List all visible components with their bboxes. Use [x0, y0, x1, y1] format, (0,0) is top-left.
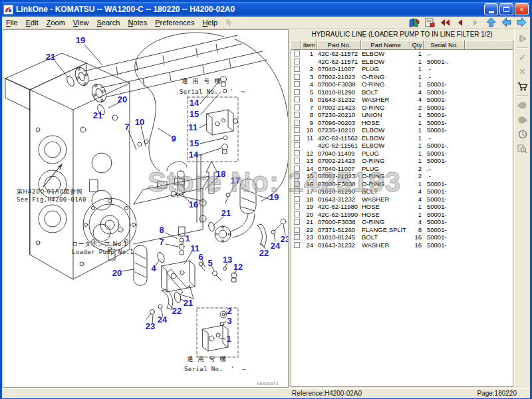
part-callout[interactable]: 7 [124, 122, 129, 131]
table-row[interactable]: 13 07002-21423 O-RING 1 50001- [291, 157, 513, 165]
part-callout[interactable]: 22 [259, 249, 269, 257]
part-callout[interactable]: 13 [223, 255, 232, 264]
close-button[interactable]: × [515, 3, 529, 15]
row-checkbox[interactable] [294, 196, 300, 202]
row-checkbox[interactable] [294, 51, 300, 57]
menu-item[interactable]: Search [93, 18, 124, 27]
part-callout[interactable]: 8 [159, 225, 164, 234]
table-row[interactable]: 42C-62-11561 ELBOW 1 50001-. [291, 142, 513, 150]
column-qty[interactable]: Qty [410, 40, 424, 50]
row-checkbox[interactable] [294, 227, 300, 233]
part-callout[interactable]: 9 [171, 134, 176, 143]
part-callout[interactable]: 7 [159, 237, 164, 246]
part-callout[interactable]: 1 [185, 234, 190, 243]
menu-item[interactable]: File [2, 18, 22, 27]
parts-list[interactable]: 1 42C-62-11572 ELBOW 1 .- 42C-62-11571 E… [291, 50, 513, 387]
notes-page-icon[interactable] [424, 17, 436, 28]
table-row[interactable]: 2 07040-11007 PLUG 1 .- [291, 65, 513, 73]
history-rewind-icon[interactable] [439, 17, 451, 28]
table-row[interactable]: 24 01643-31232 WASHER 16 50001- [291, 241, 513, 249]
table-row[interactable]: 7 07002-21423 O-RING 2 50001- [291, 104, 513, 112]
row-checkbox[interactable] [294, 219, 300, 225]
magnifier-icon[interactable] [516, 142, 529, 156]
table-row[interactable]: 4 07000-F3038 O-RING 1 50001- [291, 80, 513, 88]
navigate-up-icon[interactable] [485, 17, 497, 28]
clock-icon[interactable] [516, 127, 529, 142]
part-callout[interactable]: 14 [189, 150, 198, 159]
menu-item[interactable]: Zoom [43, 18, 69, 27]
column-part-name[interactable]: Part Name [361, 40, 410, 50]
parts-book-icon[interactable] [408, 17, 420, 28]
row-checkbox[interactable] [294, 59, 300, 65]
part-callout[interactable]: 15 [190, 139, 199, 148]
table-row[interactable]: 15 07002-21023 O-RING 2 .- [291, 172, 513, 180]
row-checkbox[interactable] [294, 81, 300, 87]
part-callout[interactable]: 24 [158, 315, 167, 324]
menu-item[interactable]: Notes [124, 18, 151, 27]
column-serial-no[interactable]: Serial No. [424, 40, 465, 50]
row-checkbox[interactable] [294, 66, 300, 72]
part-callout[interactable]: 14 [190, 98, 199, 107]
part-callout[interactable]: 15 [190, 110, 199, 118]
navigate-previous-icon[interactable] [500, 17, 512, 28]
row-checkbox[interactable] [294, 112, 300, 118]
title-bar[interactable]: LinkOne - KOMATSU -- WA1200-C -- 180220 … [2, 2, 530, 17]
row-checkbox[interactable] [294, 158, 300, 164]
part-callout[interactable]: 23 [146, 322, 155, 331]
row-checkbox[interactable] [294, 142, 300, 148]
table-row[interactable]: 1 42C-62-11572 ELBOW 1 .- [291, 50, 513, 58]
table-row[interactable]: 5 01010-81290 BOLT 4 50001- [291, 88, 513, 96]
part-callout[interactable]: 24 [271, 241, 280, 250]
table-row[interactable]: 20 42C-62-11990 HOSE 1 50001- [291, 211, 513, 219]
row-checkbox[interactable] [294, 234, 300, 240]
row-checkbox[interactable] [294, 242, 300, 248]
play-icon[interactable] [516, 31, 529, 46]
row-checkbox[interactable] [294, 150, 300, 156]
part-callout[interactable]: 12 [233, 263, 243, 271]
history-back-icon[interactable] [454, 17, 466, 28]
hand-left-icon[interactable] [516, 98, 529, 112]
table-row[interactable]: 19 42C-62-11980 HOSE 1 50001- [291, 203, 513, 211]
check-icon[interactable]: ✓ [516, 50, 529, 65]
table-row[interactable]: 10 07235-10210 ELBOW 1 50001- [291, 126, 513, 134]
part-callout[interactable]: 10 [135, 118, 144, 126]
row-checkbox[interactable] [294, 96, 300, 102]
table-row[interactable]: 23 01010-81245 BOLT 16 50001- [291, 233, 513, 241]
table-row[interactable]: 16 07000-F3038 O-RING 1 50001- [291, 180, 513, 188]
pointer-tool-icon[interactable] [225, 18, 233, 27]
part-callout[interactable]: 19 [76, 36, 85, 45]
part-callout[interactable]: 4 [151, 264, 156, 273]
row-checkbox[interactable] [294, 188, 300, 194]
cart-icon[interactable] [516, 79, 529, 94]
row-checkbox[interactable] [294, 173, 300, 179]
row-checkbox[interactable] [294, 135, 300, 141]
menu-item[interactable]: Help [198, 18, 221, 27]
row-checkbox[interactable] [294, 89, 300, 95]
minimize-button[interactable] [484, 3, 498, 15]
part-callout[interactable]: 21 [184, 299, 193, 307]
table-row[interactable]: 12 07040-11409 PLUG 1 50001- [291, 150, 513, 158]
part-callout[interactable]: 18 [216, 170, 225, 178]
part-callout[interactable]: 22 [172, 307, 182, 315]
part-callout[interactable]: 20 [118, 95, 127, 104]
menu-item[interactable]: Preferences [151, 18, 198, 27]
row-checkbox[interactable] [294, 127, 300, 133]
column-part-no[interactable]: Part No. [317, 40, 361, 50]
part-callout[interactable]: 3 [227, 317, 231, 325]
part-callout[interactable]: 20 [112, 269, 122, 277]
table-row[interactable]: 3 07002-21023 O-RING 1 .- [291, 73, 513, 81]
navigate-next-icon[interactable] [515, 17, 527, 28]
part-callout[interactable]: 17 [231, 176, 240, 185]
row-checkbox[interactable] [294, 203, 300, 209]
part-callout[interactable]: 19 [269, 193, 279, 201]
table-row[interactable]: 22 07371-51260 FLANGE,SPLIT 8 50001- [291, 226, 513, 234]
menu-item[interactable]: Edit [22, 18, 43, 27]
table-row[interactable]: 17 01010-81290 BOLT 4 50001- [291, 188, 513, 196]
history-forward-icon[interactable] [469, 17, 481, 28]
table-row[interactable]: 8 07230-20210 UNION 1 50001- [291, 111, 513, 119]
part-callout[interactable]: 5 [207, 259, 212, 267]
table-row[interactable]: 6 01643-31232 WASHER 4 50001- [291, 96, 513, 104]
column-item[interactable]: Item [301, 40, 317, 50]
menu-item[interactable]: View [69, 18, 93, 27]
cross-icon[interactable]: × [516, 65, 529, 79]
